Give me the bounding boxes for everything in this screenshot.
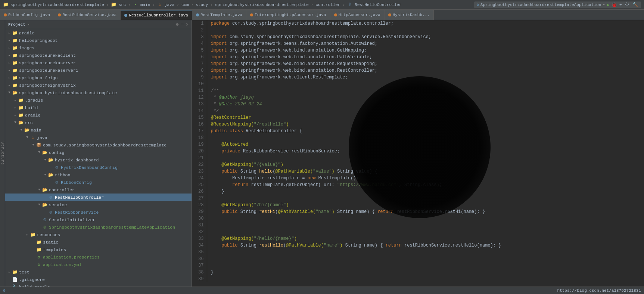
tree-item-build[interactable]: ▸ 📁 build (5, 104, 192, 111)
code-line-14: 14 */ (192, 108, 644, 114)
tree-label: gradle (19, 31, 34, 35)
tree-item-ribbonconfig[interactable]: © RibbonConfig (5, 179, 192, 186)
tree-item-hystrixdashboardconfig[interactable]: © HystrixDashboardConfig (5, 164, 192, 171)
sidebar-settings-icon[interactable]: ⚙ (176, 22, 178, 27)
tree-arrow: ▸ (7, 83, 12, 87)
code-line-31: 31 (192, 222, 644, 229)
code-table: 1 package com.study.springboothystrixdas… (192, 20, 644, 282)
run-config-selector[interactable]: ⚙ Springboothystrixdashboardresttemplate… (474, 1, 641, 8)
tree-label: springbootfeignhystrix (19, 83, 76, 88)
tree-item-buildgradle[interactable]: 🔧 build.gradle (5, 283, 192, 287)
sidebar-collapse-icon[interactable]: — (181, 22, 184, 27)
tree-item-app-yml[interactable]: ⚙ application.yml (5, 261, 192, 268)
project-tree: Project ▾ ⚙ — ✕ ▸ 📁 gradle ▸ 📁 hellospri… (5, 20, 192, 287)
tree-item-eurekaclient[interactable]: ▸ 📁 springbooteurekaclient (5, 52, 192, 59)
folder-icon: 📁 (12, 53, 18, 58)
tree-item-hellospringboot[interactable]: ▸ 📁 hellospringboot (5, 37, 192, 44)
tree-arrow: ▼ (43, 173, 48, 177)
debug-button[interactable]: 🐞 (611, 2, 617, 8)
tree-item-eurekaserver1[interactable]: ▸ 📁 springbooteurekaserver1 (5, 66, 192, 74)
tree-item-controller-pkg[interactable]: ▼ 📂 controller (5, 186, 192, 194)
class-icon: © (54, 180, 60, 185)
code-line-6: 6 import org.springframework.web.bind.an… (192, 54, 644, 61)
tab-httpaccessor[interactable]: HttpAccessor.java (330, 10, 385, 20)
tree-item-service-pkg[interactable]: ▼ 📂 service (5, 201, 192, 208)
run-config-dropdown-icon[interactable]: ▾ (603, 2, 605, 7)
tree-item-gradle[interactable]: ▸ 📁 gradle (5, 29, 192, 37)
coverage-button[interactable]: ☂ (619, 2, 623, 7)
code-line-9: 9 import org.springframework.web.client.… (192, 74, 644, 81)
tree-label: controller (49, 188, 75, 192)
code-line-39: 39 (192, 276, 644, 282)
class-icon: © (48, 210, 54, 215)
tree-item-feignhystrix[interactable]: ▸ 📁 springbootfeignhystrix (5, 81, 192, 89)
tab-ribbonconfig[interactable]: RibbonConfig.java (0, 10, 54, 20)
code-line-18: 18 (192, 134, 644, 141)
structure-panel-label[interactable]: Structure (0, 20, 5, 287)
sidebar-close-icon[interactable]: ✕ (186, 22, 189, 27)
tab-restribbon[interactable]: RestRibbonService.java (54, 10, 121, 20)
code-line-34: 34 public String restHello(@PathVariable… (192, 242, 644, 249)
code-line-20: 20 private RestRibbonService restRibbonS… (192, 148, 644, 155)
tab-label-restribbon: RestRibbonService.java (62, 13, 116, 17)
tree-item-java[interactable]: ▼ ☕ java (5, 134, 192, 141)
tree-item-eurekaserver[interactable]: ▸ 📁 springbooteurekaserver (5, 59, 192, 66)
tree-arrow: ▼ (37, 151, 42, 154)
tree-item-application[interactable]: © Springboothystrixdashboardresttemplate… (5, 223, 192, 231)
folder-icon: 📁 (12, 75, 18, 80)
tree-item-pkg[interactable]: ▼ 📦 com.study.springboothystrixdashboard… (5, 141, 192, 149)
tab-intercepting[interactable]: InterceptingHttpAccessor.java (246, 10, 330, 20)
breadcrumb-item-3: main (140, 3, 150, 7)
code-line-22: 22 @GetMapping("/{value}") (192, 161, 644, 168)
tree-arrow: ▼ (13, 121, 18, 124)
tree-item-gradle-sub[interactable]: ▸ 📁 gradle (5, 111, 192, 119)
tree-label: service (49, 202, 67, 207)
tree-item-main[interactable]: ▼ 📂 main (5, 126, 192, 134)
tree-item-servletinitializer[interactable]: © ServletInitializer (5, 216, 192, 223)
run-button[interactable]: ▶ (607, 2, 610, 8)
tab-resttemplate[interactable]: RestTemplate.java (192, 10, 246, 20)
tree-item-gitignore[interactable]: 📄 .gitignore (5, 276, 192, 283)
tree-item-ribbon-pkg[interactable]: ▼ 📂 ribbon (5, 171, 192, 179)
code-line-15: 15 @RestController (192, 114, 644, 121)
folder-icon: 📁 (12, 68, 18, 73)
tab-label-resthello: RestHelloController.java (129, 13, 188, 18)
tree-item-hystrix-dashboard-pkg[interactable]: ▼ 📂 hystrix.dashboard (5, 156, 192, 164)
tab-hystrix[interactable]: HystrixDashb... (385, 10, 434, 20)
tree-item-resources[interactable]: ▸ 📁 resources (5, 231, 192, 238)
tab-label-resttemplate: RestTemplate.java (200, 13, 242, 17)
tree-item-test[interactable]: ▸ 📁 test (5, 268, 192, 276)
tree-item-hystrixdashboard[interactable]: ▼ 📂 springboothystrixdashboardresttempla… (5, 89, 192, 96)
tree-item-templates[interactable]: 📁 templates (5, 246, 192, 253)
breadcrumb-item-7: springboothystrixdashboardresttemplate (215, 3, 309, 7)
tree-item-app-properties[interactable]: ⚙ application.properties (5, 253, 192, 261)
tree-arrow: ▸ (13, 113, 18, 117)
tree-item-config[interactable]: ▼ 📂 config (5, 149, 192, 156)
code-line-3: 3 import com.study.springboothystrixdash… (192, 34, 644, 40)
tab-resthello[interactable]: RestHelloController.java (121, 10, 192, 20)
tree-item-src[interactable]: ▼ 📂 src (5, 119, 192, 126)
code-line-10: 10 (192, 81, 644, 87)
tree-item-restribbonservice[interactable]: © RestRibbonService (5, 208, 192, 216)
tree-item-static[interactable]: 📁 static (5, 238, 192, 246)
tree-label: springbooteurekaserver (19, 61, 76, 65)
tree-label: HystrixDashboardConfig (61, 165, 118, 170)
tree-label: springbooteurekaserver1 (19, 68, 78, 73)
tree-item-images[interactable]: ▸ 📁 images (5, 44, 192, 52)
build-button[interactable]: 🔨 (632, 2, 639, 7)
sidebar-dropdown-icon[interactable]: ▾ (28, 22, 29, 27)
code-editor[interactable]: 1 package com.study.springboothystrixdas… (192, 20, 644, 287)
tree-label: src (25, 120, 33, 125)
code-line-26: 26 } (192, 188, 644, 195)
tree-item-dotgradle[interactable]: ▸ 📁 .gradle (5, 96, 192, 104)
tab-icon-resthello (124, 14, 127, 17)
tree-label: RibbonConfig (61, 180, 92, 185)
breadcrumb-item-1: springboothystrixdashboardresttemplate (10, 3, 104, 7)
tree-item-feign[interactable]: ▸ 📁 springbootfeign (5, 74, 192, 81)
profile-button[interactable]: ⏱ (624, 2, 630, 7)
tree-label: static (43, 240, 58, 245)
tree-item-resthellocontroller[interactable]: © RestHelloController (5, 194, 192, 201)
tree-label: images (19, 46, 34, 50)
pkg-icon: 📦 (36, 142, 42, 148)
code-line-5: 5 import org.springframework.web.bind.an… (192, 47, 644, 54)
